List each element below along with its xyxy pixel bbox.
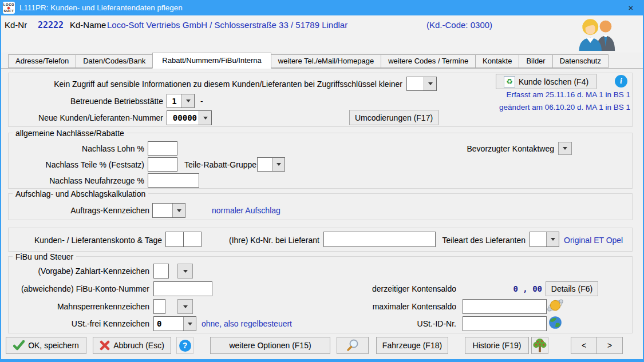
auftrags-kennzeichen-value xyxy=(153,204,172,217)
chevron-down-icon[interactable] xyxy=(272,158,285,171)
tab-weitere-tel-email-homepage[interactable]: weitere Tel./eMail/Homepage xyxy=(271,54,381,68)
kontaktweg-label: Bevorzugter Kontaktweg xyxy=(435,144,554,153)
kdnr-label: Kd-Nr xyxy=(5,20,27,30)
tab-daten-codes-bank[interactable]: Daten/Codes/Bank xyxy=(76,54,153,68)
fibu-legend: FiBu und Steuer xyxy=(13,252,76,261)
betriebsstaette-label: Betreuende Betriebsstätte xyxy=(11,97,163,106)
zahlart-dropdown[interactable] xyxy=(177,264,193,279)
kdcode-value: (Kd.-Code: 0300) xyxy=(426,20,492,30)
betriebsstaette-value: 1 xyxy=(167,94,181,108)
tab-bilder[interactable]: Bilder xyxy=(519,54,552,68)
chevron-down-icon[interactable] xyxy=(172,204,185,217)
tree-icon xyxy=(533,338,547,353)
help-icon: ? xyxy=(179,340,191,352)
neue-nummer-combobox[interactable]: 00000 xyxy=(167,110,212,125)
teile-rabatt-gruppe-label: Teile-Rabatt-Gruppe xyxy=(184,160,256,169)
neue-nummer-value: 00000 xyxy=(167,111,199,125)
kontensaldo-value: 0 , 00 xyxy=(487,284,542,293)
loco-soft-logo-icon: LOCO ◆ SOFT xyxy=(3,2,15,14)
tab-datenschutz[interactable]: Datenschutz xyxy=(552,54,609,68)
chevron-down-icon[interactable] xyxy=(424,77,436,90)
ustfrei-hint: ohne, also regelbesteuert xyxy=(202,319,292,328)
fahrzeuge-button[interactable]: Fahrzeuge (F18) xyxy=(376,337,448,354)
tab-bar: Adresse/Telefon Daten/Codes/Bank Rabatt/… xyxy=(1,54,643,69)
auftrags-kennzeichen-label: Auftrags-Kennzeichen xyxy=(11,206,149,215)
delete-recycle-icon: ♻ xyxy=(504,76,515,87)
weitere-optionen-button[interactable]: weitere Optionen (F15) xyxy=(210,337,330,354)
tage-input[interactable] xyxy=(183,232,202,247)
search-icon xyxy=(346,339,359,352)
ustfrei-value: 0 xyxy=(154,317,183,331)
info-icon[interactable]: i xyxy=(615,75,627,87)
access-key-label: Kein Zugriff auf sensible Informationen … xyxy=(11,79,402,89)
ok-speichern-label: OK, speichern xyxy=(28,341,79,350)
next-button[interactable]: > xyxy=(596,337,623,354)
kdname-value: Loco-Soft Vertriebs GmbH / Schlosserstra… xyxy=(107,20,347,30)
ustid-input[interactable] xyxy=(463,316,547,331)
lieferantenkonto-input[interactable] xyxy=(165,232,184,247)
kontaktweg-dropdown[interactable] xyxy=(558,142,572,155)
ustfrei-label: USt.-frei Kennzeichen xyxy=(11,319,149,328)
teile-rabatt-gruppe-combobox[interactable] xyxy=(257,157,285,172)
mahnsperre-label: Mahnsperrenkennzeichen xyxy=(11,302,149,311)
tab-weitere-codes-termine[interactable]: weitere Codes / Termine xyxy=(381,54,476,68)
app-window: LOCO ◆ SOFT L111PR: Kunden- und Lieferan… xyxy=(0,0,644,362)
aufschlag-legend: Aufschlag- und Abschlagskalkulation xyxy=(13,189,148,198)
mahnsperre-dropdown[interactable] xyxy=(177,299,193,314)
window-border-left xyxy=(0,15,1,362)
tab-kontakte[interactable]: Kontakte xyxy=(475,54,519,68)
access-key-combobox[interactable] xyxy=(406,77,437,91)
chevron-down-icon[interactable] xyxy=(546,232,559,246)
ok-speichern-button[interactable]: OK, speichern xyxy=(6,337,86,354)
mahnsperre-input[interactable] xyxy=(153,299,165,314)
auftrags-kennzeichen-hint: normaler Aufschlag xyxy=(212,206,280,215)
teileart-combobox[interactable] xyxy=(530,232,559,247)
teileart-label: Teileart des Lieferanten xyxy=(436,236,526,245)
tab-rabatt-nummern-fibu-interna[interactable]: Rabatt/Nummern/FiBu/Interna xyxy=(152,53,271,69)
chevron-down-icon[interactable] xyxy=(199,111,211,125)
abbruch-label: Abbruch (Esc) xyxy=(113,341,164,350)
abbruch-button[interactable]: Abbruch (Esc) xyxy=(93,337,171,354)
tab-adresse-telefon[interactable]: Adresse/Telefon xyxy=(8,54,76,68)
cancel-x-icon xyxy=(100,340,110,351)
teileart-hint: Original ET Opel xyxy=(564,236,623,245)
details-button[interactable]: Details (F6) xyxy=(546,281,598,296)
kdnr-bei-lieferant-input[interactable] xyxy=(323,232,436,247)
historie-button[interactable]: Historie (F19) xyxy=(465,337,529,354)
nachlass-neufahrzeuge-input[interactable] xyxy=(148,173,199,188)
erfasst-info: Erfasst am 25.11.16 d. MA 1 in BS 1 xyxy=(401,90,630,99)
kunde-loeschen-label: Kunde löschen (F4) xyxy=(519,77,588,86)
lieferantenkonto-label: Kunden- / Lieferantenskonto & Tage xyxy=(11,236,162,245)
globe-icon xyxy=(548,315,563,330)
neue-nummer-label: Neue Kunden/Lieferanten-Nummer xyxy=(11,113,163,122)
fibu-konto-input[interactable] xyxy=(153,281,212,296)
search-button[interactable] xyxy=(337,337,369,354)
chevron-down-icon[interactable] xyxy=(181,94,194,108)
teile-rabatt-gruppe-value xyxy=(258,158,272,171)
kontensaldo-label: derzeitiger Kontensaldo xyxy=(343,284,456,293)
close-icon[interactable]: × xyxy=(618,0,644,15)
kunde-loeschen-button[interactable]: ♻ Kunde löschen (F4) xyxy=(496,74,596,89)
access-key-value xyxy=(407,77,424,90)
umcodierungen-button[interactable]: Umcodierungen (F17) xyxy=(349,110,438,125)
kdname-label: Kd-Name xyxy=(70,20,106,30)
auftrags-kennzeichen-combobox[interactable] xyxy=(152,203,185,218)
nachlass-neufahrzeuge-label: Nachlass Neufahrzeuge % xyxy=(11,176,144,185)
fibu-konto-label: (abweichende) FiBu-Konto-Nummer xyxy=(11,284,149,293)
max-kontensaldo-input[interactable] xyxy=(463,299,547,314)
betriebsstaette-combobox[interactable]: 1 xyxy=(167,94,195,108)
chevron-down-icon[interactable] xyxy=(183,317,196,331)
prev-button[interactable]: < xyxy=(571,337,597,354)
ustid-label: USt.-ID-Nr. xyxy=(343,319,456,328)
geaendert-info: geändert am 06.10.20 d. MA 1 in BS 1 xyxy=(401,103,630,112)
help-button[interactable]: ? xyxy=(176,337,193,354)
money-coin-icon xyxy=(547,297,563,313)
teileart-value xyxy=(530,232,546,246)
family-tree-button[interactable] xyxy=(531,337,548,354)
zahlart-input[interactable] xyxy=(153,264,169,279)
ustfrei-combobox[interactable]: 0 xyxy=(153,316,196,331)
nachlass-lohn-input[interactable] xyxy=(148,141,177,156)
zahlart-label: (Vorgabe) Zahlart-Kennzeichen xyxy=(11,266,149,276)
nachlass-teile-input[interactable] xyxy=(148,157,177,172)
max-kontensaldo-label: maximaler Kontensaldo xyxy=(343,302,456,311)
